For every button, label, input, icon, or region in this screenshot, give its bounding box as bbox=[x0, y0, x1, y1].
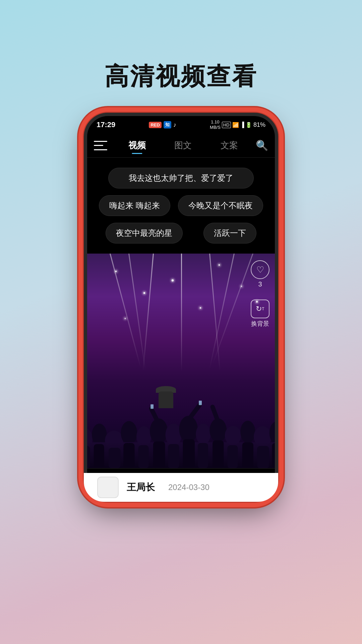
svg-rect-34 bbox=[101, 480, 115, 495]
filter-icon[interactable] bbox=[94, 140, 107, 152]
tab-copy[interactable]: 文案 bbox=[221, 138, 238, 153]
svg-rect-29 bbox=[213, 440, 224, 468]
speed-badge: 1.10MB/S bbox=[210, 119, 221, 130]
battery-icon: 🔋 bbox=[245, 122, 252, 128]
svg-rect-21 bbox=[94, 444, 104, 468]
battery-percent: 81% bbox=[253, 121, 265, 128]
svg-rect-31 bbox=[242, 442, 253, 468]
tag-3[interactable]: 今晚又是个不眠夜 bbox=[178, 195, 263, 216]
signal-icon: ▐ bbox=[240, 122, 244, 128]
svg-rect-32 bbox=[257, 446, 269, 468]
author-date: 2024-03-30 bbox=[168, 483, 209, 492]
svg-rect-17 bbox=[150, 404, 154, 409]
change-bg-button[interactable]: ↻T 换背景 bbox=[251, 296, 269, 328]
svg-rect-24 bbox=[138, 445, 149, 468]
center-person bbox=[156, 386, 176, 408]
tag-row-2: 嗨起来 嗨起来 今晚又是个不眠夜 bbox=[95, 195, 267, 216]
heart-icon: ♡ bbox=[251, 260, 269, 279]
nav-bar: 视频 图文 文案 🔍 bbox=[87, 133, 275, 158]
side-actions: ♡ 3 ↻T 换背景 bbox=[251, 260, 269, 328]
svg-line-16 bbox=[213, 407, 218, 422]
red-icon: RED bbox=[149, 122, 161, 128]
svg-rect-18 bbox=[199, 400, 202, 405]
status-right: 1.10MB/S HD 📶 ▐ 🔋 81% bbox=[210, 119, 265, 130]
tag-2[interactable]: 嗨起来 嗨起来 bbox=[99, 195, 170, 216]
like-count: 3 bbox=[258, 280, 262, 288]
swap-icon: ↻T bbox=[251, 300, 269, 318]
tiktok-icon: ♪ bbox=[173, 121, 176, 128]
tag-5[interactable]: 活跃一下 bbox=[203, 223, 256, 244]
svg-point-8 bbox=[196, 424, 210, 444]
tag-1[interactable]: 我去这也太帅了把、爱了爱了 bbox=[108, 168, 254, 189]
svg-rect-23 bbox=[123, 443, 134, 468]
tab-video[interactable]: 视频 bbox=[128, 138, 146, 153]
svg-rect-20 bbox=[87, 446, 90, 468]
svg-rect-26 bbox=[168, 444, 179, 468]
svg-rect-25 bbox=[153, 441, 165, 468]
search-icon[interactable]: 🔍 bbox=[256, 140, 268, 151]
svg-rect-30 bbox=[227, 445, 238, 468]
svg-rect-22 bbox=[109, 448, 120, 468]
svg-line-15 bbox=[188, 405, 199, 420]
status-bar: 17:29 RED 知 ♪ 1.10MB/S HD 📶 ▐ 🔋 81% bbox=[87, 116, 275, 133]
status-time: 17:29 bbox=[97, 120, 115, 129]
hd-badge: HD bbox=[222, 122, 231, 128]
tab-image-text[interactable]: 图文 bbox=[174, 138, 192, 153]
tags-area: 我去这也太帅了把、爱了爱了 嗨起来 嗨起来 今晚又是个不眠夜 夜空中最亮的星 活… bbox=[87, 158, 275, 254]
tag-row-1: 我去这也太帅了把、爱了爱了 bbox=[95, 168, 267, 189]
zhihu-icon: 知 bbox=[164, 121, 171, 128]
crowd-silhouette bbox=[87, 372, 275, 468]
phone-mockup: 17:29 RED 知 ♪ 1.10MB/S HD 📶 ▐ 🔋 81% bbox=[84, 113, 278, 502]
svg-point-11 bbox=[240, 421, 255, 443]
nav-tabs: 视频 图文 文案 bbox=[114, 138, 252, 153]
video-thumbnail bbox=[87, 254, 275, 468]
change-bg-label: 换背景 bbox=[251, 320, 269, 328]
author-name: 王局长 bbox=[127, 481, 155, 494]
wifi-icon: 📶 bbox=[232, 122, 239, 128]
svg-rect-27 bbox=[183, 439, 195, 468]
status-icons: RED 知 ♪ bbox=[149, 121, 176, 128]
author-avatar: 🤝 bbox=[97, 477, 119, 498]
svg-rect-33 bbox=[272, 443, 275, 468]
content-area: 我去这也太帅了把、爱了爱了 嗨起来 嗨起来 今晚又是个不眠夜 夜空中最亮的星 活… bbox=[87, 158, 275, 498]
tag-4[interactable]: 夜空中最亮的星 bbox=[106, 223, 183, 244]
author-bar: 🤝 王局长 2024-03-30 bbox=[84, 473, 278, 502]
svg-point-3 bbox=[121, 421, 137, 445]
video-area[interactable]: ♡ 3 ↻T 换背景 bbox=[87, 254, 275, 468]
tag-row-3: 夜空中最亮的星 活跃一下 bbox=[95, 223, 267, 244]
svg-rect-28 bbox=[198, 443, 208, 468]
page-title: 高清视频查看 bbox=[105, 60, 257, 93]
like-button[interactable]: ♡ 3 bbox=[251, 260, 269, 288]
